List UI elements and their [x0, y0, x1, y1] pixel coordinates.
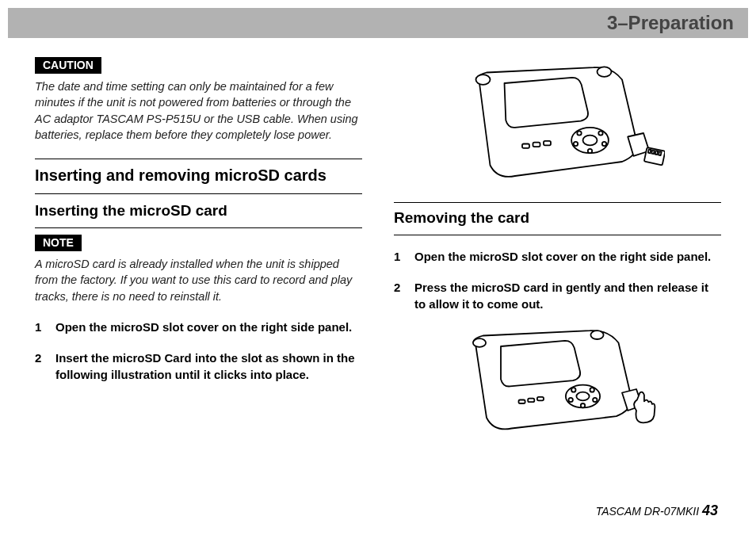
caution-badge: CAUTION [35, 57, 101, 74]
illustration-remove-card [394, 325, 721, 432]
svg-point-13 [597, 67, 611, 77]
illustration-insert-card [394, 62, 721, 183]
svg-rect-27 [528, 399, 534, 403]
section-heading: Inserting and removing microSD cards [35, 164, 362, 189]
step-number: 1 [35, 319, 44, 335]
svg-rect-16 [544, 141, 551, 145]
svg-rect-26 [518, 400, 525, 404]
svg-rect-11 [659, 151, 662, 155]
step-text: Open the microSD slot cover on the right… [55, 319, 362, 335]
step-number: 1 [394, 248, 403, 265]
svg-point-6 [587, 149, 591, 153]
step-item: 2 Insert the microSD Card into the slot … [35, 350, 362, 383]
step-text: Press the microSD card in gently and the… [414, 279, 721, 312]
caution-text: The date and time setting can only be ma… [35, 78, 362, 143]
step-item: 1 Open the microSD slot cover on the rig… [394, 248, 721, 265]
divider [35, 159, 362, 159]
svg-point-19 [571, 388, 575, 392]
svg-point-21 [568, 398, 572, 402]
footer-model: TASCAM DR-07MKII [596, 505, 699, 518]
divider [394, 235, 721, 235]
recorder-remove-icon [451, 325, 665, 432]
subsection-heading: Inserting the microSD card [35, 201, 362, 223]
svg-rect-9 [651, 150, 655, 154]
step-item: 2 Press the microSD card in gently and t… [394, 279, 721, 312]
svg-point-18 [576, 392, 589, 401]
left-column: CAUTION The date and time setting can on… [35, 57, 362, 487]
step-number: 2 [394, 279, 403, 312]
divider [394, 202, 721, 203]
footer-page-number: 43 [702, 503, 718, 518]
divider [35, 227, 362, 228]
step-text: Open the microSD slot cover on the right… [414, 248, 721, 265]
right-column: Removing the card 1 Open the microSD slo… [394, 57, 721, 487]
step-text: Insert the microSD Card into the slot as… [55, 350, 362, 383]
svg-point-4 [573, 142, 577, 146]
svg-point-23 [580, 403, 584, 407]
svg-rect-28 [536, 397, 543, 401]
note-text: A microSD card is already installed when… [35, 256, 362, 304]
step-number: 2 [35, 350, 44, 383]
svg-point-2 [577, 131, 581, 135]
subsection-heading: Removing the card [394, 208, 721, 230]
note-badge: NOTE [35, 235, 82, 251]
svg-point-3 [598, 131, 602, 135]
svg-point-20 [590, 388, 594, 392]
svg-point-1 [582, 136, 597, 146]
step-item: 1 Open the microSD slot cover on the rig… [35, 319, 362, 335]
divider [35, 193, 362, 194]
svg-point-24 [472, 338, 485, 347]
svg-rect-15 [533, 143, 540, 147]
svg-point-22 [593, 398, 597, 402]
page-footer: TASCAM DR-07MKII 43 [596, 503, 718, 519]
svg-point-5 [601, 142, 605, 146]
svg-rect-10 [655, 151, 658, 155]
svg-rect-14 [522, 144, 529, 148]
svg-rect-8 [647, 149, 651, 153]
svg-point-12 [475, 75, 490, 85]
chapter-header: 3–Preparation [8, 8, 748, 38]
recorder-insert-icon [451, 62, 665, 183]
content-columns: CAUTION The date and time setting can on… [35, 57, 721, 487]
svg-point-25 [590, 331, 603, 339]
chapter-title: 3–Preparation [607, 12, 734, 34]
